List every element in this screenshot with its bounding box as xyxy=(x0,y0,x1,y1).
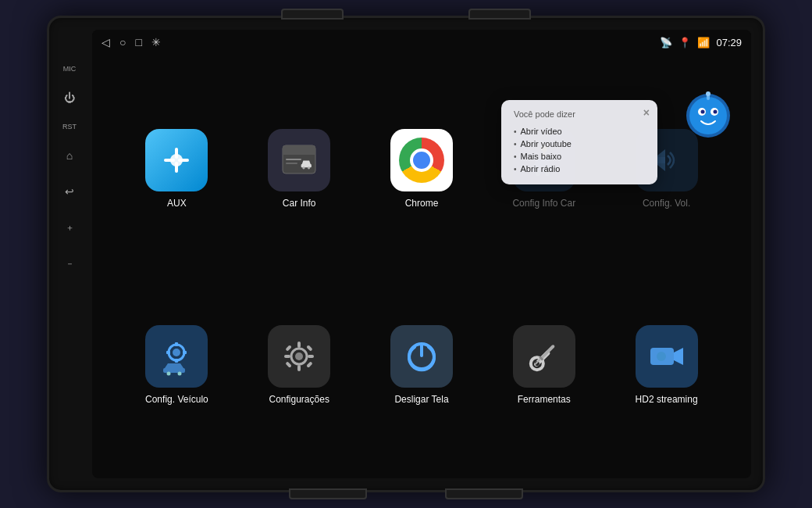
voice-option-4[interactable]: Abrir rádio xyxy=(521,164,561,174)
chrome-icon xyxy=(390,129,453,191)
svg-point-55 xyxy=(714,110,718,114)
svg-marker-48 xyxy=(674,348,683,365)
svg-point-57 xyxy=(706,91,710,96)
configuracoes-icon xyxy=(268,325,330,388)
configvol-label: Config. Vol. xyxy=(643,198,690,209)
nav-icons: ◁ ○ □ ✳ xyxy=(102,36,161,48)
svg-point-51 xyxy=(689,97,727,134)
hd2-icon xyxy=(636,325,698,388)
bottom-bump-right xyxy=(445,488,523,499)
svg-rect-37 xyxy=(286,361,292,367)
clock: 07:29 xyxy=(716,37,742,48)
ferramentas-svg xyxy=(523,335,565,377)
svg-point-21 xyxy=(173,349,180,356)
status-left: ◁ ○ □ ✳ xyxy=(102,36,161,48)
status-bar: ◁ ○ □ ✳ 📡 📍 📶 07:29 xyxy=(92,30,751,55)
app-desligar[interactable]: Desligar Tela xyxy=(361,267,483,463)
main-screen: ◁ ○ □ ✳ 📡 📍 📶 07:29 xyxy=(92,30,751,478)
app-aux[interactable]: AUX xyxy=(116,70,238,267)
recent-nav-icon[interactable]: □ xyxy=(135,36,141,48)
voice-item-1: • Abrir vídeo xyxy=(514,125,645,138)
svg-rect-40 xyxy=(420,343,423,357)
configveiculo-svg xyxy=(155,335,198,377)
svg-rect-23 xyxy=(175,359,178,363)
chrome-label: Chrome xyxy=(405,198,439,209)
popup-header: Você pode dizer xyxy=(514,109,645,119)
desligar-icon xyxy=(390,325,453,388)
voice-option-1[interactable]: Abrir vídeo xyxy=(521,127,562,136)
left-sidebar: MIC ⏻ RST ⌂ ↩ ＋ － xyxy=(59,65,80,274)
svg-point-12 xyxy=(308,166,310,169)
top-bumps xyxy=(281,9,531,20)
configuracoes-svg xyxy=(278,335,320,377)
app-hd2[interactable]: HD2 streaming xyxy=(605,267,728,463)
svg-rect-44 xyxy=(540,344,555,360)
back-button[interactable]: ↩ xyxy=(59,181,80,202)
settings-nav-icon[interactable]: ✳ xyxy=(151,36,161,48)
svg-rect-10 xyxy=(301,163,312,166)
back-nav-icon[interactable]: ◁ xyxy=(102,36,110,48)
svg-rect-2 xyxy=(175,162,178,173)
desligar-label: Desligar Tela xyxy=(394,394,448,405)
svg-point-54 xyxy=(701,110,705,114)
configveiculo-icon xyxy=(145,325,208,388)
hd2-svg xyxy=(646,335,688,377)
home-nav-icon[interactable]: ○ xyxy=(119,36,126,48)
hd2-label: HD2 streaming xyxy=(636,394,698,405)
bullet-2: • xyxy=(514,140,517,148)
configuracoes-label: Configurações xyxy=(269,394,329,405)
chrome-outer xyxy=(399,138,444,183)
svg-rect-19 xyxy=(657,157,665,163)
bullet-1: • xyxy=(514,127,517,136)
carinfo-svg xyxy=(278,139,320,181)
aux-svg xyxy=(158,141,195,179)
rst-label: RST xyxy=(62,123,77,131)
svg-rect-25 xyxy=(183,351,187,354)
app-configuracoes[interactable]: Configurações xyxy=(238,267,361,463)
mic-label: MIC xyxy=(63,65,77,73)
popup-close-button[interactable]: × xyxy=(643,106,650,119)
car-unit: MIC ⏻ RST ⌂ ↩ ＋ － ◁ ○ □ ✳ 📡 📍 📶 07:29 xyxy=(47,16,765,492)
robot-svg xyxy=(681,88,735,143)
vol-down-button[interactable]: － xyxy=(59,252,80,274)
chrome-inner xyxy=(410,148,433,172)
location-icon: 📍 xyxy=(678,37,691,48)
svg-point-49 xyxy=(657,352,666,361)
voice-popup: × Você pode dizer • Abrir vídeo • Abrir … xyxy=(501,100,657,184)
desligar-svg xyxy=(401,335,443,377)
app-chrome[interactable]: Chrome xyxy=(361,70,483,267)
bullet-3: • xyxy=(514,152,517,161)
svg-point-11 xyxy=(302,166,304,169)
robot-assistant[interactable] xyxy=(681,88,735,143)
svg-rect-7 xyxy=(283,152,315,155)
svg-rect-4 xyxy=(178,159,189,162)
app-carinfo[interactable]: Car Info xyxy=(238,70,361,267)
voice-item-4: • Abrir rádio xyxy=(514,163,645,175)
svg-rect-9 xyxy=(286,163,297,164)
bullet-4: • xyxy=(514,165,517,174)
svg-rect-34 xyxy=(308,355,314,358)
voice-item-3: • Mais baixo xyxy=(514,150,645,163)
cast-icon: 📡 xyxy=(660,37,672,48)
svg-rect-32 xyxy=(297,365,301,371)
carinfo-icon xyxy=(268,129,330,191)
voice-option-2[interactable]: Abrir youtube xyxy=(521,139,572,148)
aux-icon xyxy=(145,129,208,191)
svg-point-30 xyxy=(295,352,303,360)
status-right: 📡 📍 📶 07:29 xyxy=(660,37,742,48)
svg-rect-22 xyxy=(175,342,178,346)
app-ferramentas[interactable]: Ferramentas xyxy=(483,267,605,463)
svg-point-27 xyxy=(167,371,171,375)
wifi-icon: 📶 xyxy=(697,37,710,48)
voice-option-3[interactable]: Mais baixo xyxy=(521,152,562,161)
svg-rect-8 xyxy=(286,159,301,160)
home-button[interactable]: ⌂ xyxy=(59,145,80,166)
app-configveiculo[interactable]: Config. Veículo xyxy=(116,267,238,463)
svg-rect-1 xyxy=(175,148,178,159)
configinfo-label: Config Info Car xyxy=(512,198,575,209)
vol-up-button[interactable]: ＋ xyxy=(59,216,80,238)
bump-left xyxy=(281,9,344,20)
svg-rect-24 xyxy=(166,351,170,354)
power-button[interactable]: ⏻ xyxy=(59,87,80,109)
bottom-bumps xyxy=(289,488,523,499)
